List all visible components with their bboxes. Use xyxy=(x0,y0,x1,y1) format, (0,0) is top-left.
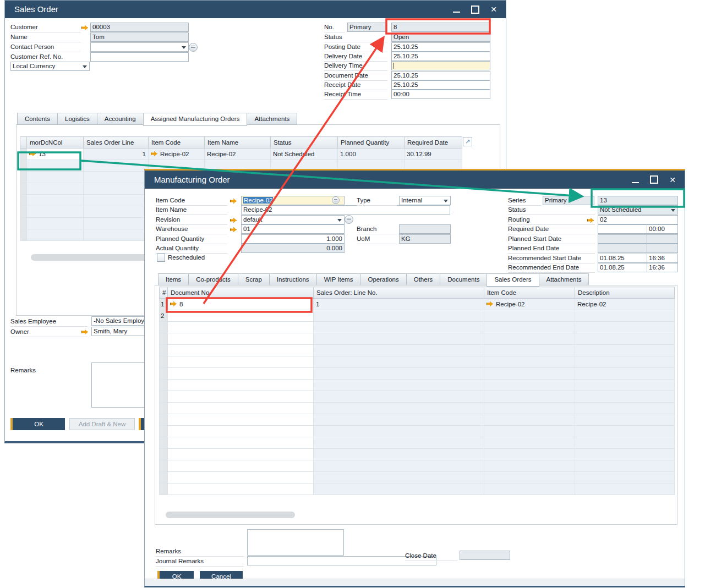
tab-attachments[interactable]: Attachments xyxy=(539,273,589,285)
cell-sales-order-line-no[interactable] xyxy=(314,310,484,322)
tab-wip-items[interactable]: WIP Items xyxy=(316,273,360,285)
row-selector-header[interactable] xyxy=(20,137,27,149)
col-document-no[interactable]: Document No. xyxy=(168,287,314,299)
series-field[interactable]: Primary xyxy=(347,23,387,32)
maximize-icon[interactable] xyxy=(650,175,658,184)
document-date-field[interactable]: 25.10.25 xyxy=(391,71,490,80)
sales-order-titlebar[interactable]: Sales Order xyxy=(5,1,506,18)
cell-document-no[interactable] xyxy=(168,310,314,322)
planned-quantity-field[interactable]: 1.000 xyxy=(241,234,345,244)
item-name-field[interactable]: Recipe-02 xyxy=(241,205,450,215)
minimize-icon[interactable] xyxy=(453,12,460,13)
row-selector[interactable] xyxy=(20,149,27,160)
mo-status-combo[interactable]: Not Scheduled xyxy=(598,205,678,215)
item-code-field[interactable]: Recipe-02 xyxy=(241,196,345,205)
recommended-end-date-field[interactable]: 01.08.25 xyxy=(598,263,647,272)
col-sales-order-line[interactable]: Sales Order Line xyxy=(84,137,149,149)
customer-ref-field[interactable] xyxy=(90,52,189,62)
col-description[interactable]: Description xyxy=(575,287,675,299)
type-combo[interactable]: Internal xyxy=(399,196,451,205)
doc-number-field[interactable]: 8 xyxy=(391,23,490,32)
warehouse-field[interactable]: 01 xyxy=(241,224,345,234)
cell-required-date[interactable]: 30.12.99 xyxy=(405,149,462,160)
horizontal-scrollbar[interactable] xyxy=(166,512,295,518)
recommended-start-date-field[interactable]: 01.08.25 xyxy=(598,254,647,263)
receipt-time-field[interactable]: 00:00 xyxy=(391,90,490,99)
link-arrow-icon[interactable] xyxy=(230,199,237,204)
required-date-field[interactable] xyxy=(598,224,647,234)
cell-mordcncol[interactable]: 13 xyxy=(27,149,84,160)
col-item-code[interactable]: Item Code xyxy=(484,287,575,299)
delivery-time-field[interactable] xyxy=(391,61,490,70)
maximize-icon[interactable] xyxy=(471,6,479,14)
cell-description[interactable]: Recipe-02 xyxy=(575,299,675,310)
cell-item-code[interactable] xyxy=(484,310,575,322)
contact-person-combo[interactable] xyxy=(90,42,189,52)
col-required-date[interactable]: Required Date xyxy=(405,137,462,149)
cell-sales-order-line[interactable]: 1 xyxy=(84,149,149,160)
link-arrow-icon[interactable] xyxy=(81,25,88,30)
currency-selector[interactable]: Local Currency xyxy=(10,62,90,71)
customer-field[interactable]: 00003 xyxy=(90,23,189,32)
tab-instructions[interactable]: Instructions xyxy=(269,273,316,285)
choose-from-list-icon[interactable] xyxy=(332,196,340,204)
cell-sales-order-line-no[interactable]: 1 xyxy=(314,299,484,310)
posting-date-field[interactable]: 25.10.25 xyxy=(391,42,490,52)
minimize-icon[interactable] xyxy=(632,182,639,183)
tab-assigned-manufacturing-orders[interactable]: Assigned Manufacturing Orders xyxy=(143,113,248,126)
tab-co-products[interactable]: Co-products xyxy=(188,273,238,285)
col-planned-quantity[interactable]: Planned Quantity xyxy=(338,137,405,149)
cell-status[interactable]: Not Scheduled xyxy=(271,149,338,160)
actual-quantity-field[interactable]: 0.000 xyxy=(241,244,345,253)
tab-scrap[interactable]: Scrap xyxy=(238,273,269,285)
branch-field[interactable] xyxy=(399,224,451,234)
tab-accounting[interactable]: Accounting xyxy=(97,113,143,125)
link-arrow-icon[interactable] xyxy=(487,301,493,306)
close-icon[interactable] xyxy=(669,176,676,184)
link-arrow-icon[interactable] xyxy=(151,151,157,156)
receipt-date-field[interactable]: 25.10.25 xyxy=(391,80,490,90)
remarks-textarea[interactable] xyxy=(247,529,344,556)
close-icon[interactable] xyxy=(490,6,497,13)
planned-start-time-field[interactable] xyxy=(647,234,678,244)
manufacturing-order-titlebar[interactable]: Manufacturing Order xyxy=(145,171,685,189)
tab-others[interactable]: Others xyxy=(406,273,440,285)
close-date-field[interactable] xyxy=(460,551,510,560)
row-number[interactable]: 1 xyxy=(160,299,168,310)
tab-sales-orders[interactable]: Sales Orders xyxy=(487,273,539,287)
col-item-code[interactable]: Item Code xyxy=(149,137,205,149)
cell-item-name[interactable]: Recipe-02 xyxy=(205,149,271,160)
col-item-name[interactable]: Item Name xyxy=(205,137,271,149)
choose-from-list-icon[interactable] xyxy=(345,215,353,224)
ok-button[interactable]: OK xyxy=(10,418,65,430)
cell-item-code[interactable]: Recipe-02 xyxy=(149,149,205,160)
cell-document-no[interactable]: 8 xyxy=(168,299,314,310)
link-arrow-icon[interactable] xyxy=(29,151,36,156)
add-draft-new-button[interactable]: Add Draft & New xyxy=(69,418,135,430)
series-name-field[interactable]: Primary xyxy=(543,196,594,205)
link-arrow-icon[interactable] xyxy=(230,218,237,223)
tab-attachments[interactable]: Attachments xyxy=(247,113,297,125)
revision-combo[interactable]: default xyxy=(241,215,345,224)
recommended-start-time-field[interactable]: 16:36 xyxy=(647,254,678,263)
recommended-end-time-field[interactable]: 16:36 xyxy=(647,263,678,272)
cell-planned-quantity[interactable]: 1.000 xyxy=(338,149,405,160)
link-arrow-icon[interactable] xyxy=(170,301,177,306)
planned-start-date-field[interactable] xyxy=(598,234,647,244)
required-time-field[interactable]: 00:00 xyxy=(647,224,678,234)
col-status[interactable]: Status xyxy=(271,137,338,149)
tab-logistics[interactable]: Logistics xyxy=(57,113,97,125)
tab-contents[interactable]: Contents xyxy=(17,113,57,125)
planned-end-date-field[interactable] xyxy=(598,244,647,253)
tab-items[interactable]: Items xyxy=(158,273,188,285)
uom-field[interactable]: KG xyxy=(399,234,451,244)
series-number-field[interactable]: 13 xyxy=(598,196,678,205)
expand-grid-icon[interactable] xyxy=(463,137,472,146)
status-field[interactable]: Open xyxy=(391,32,490,42)
rescheduled-checkbox[interactable] xyxy=(157,254,165,262)
link-arrow-icon[interactable] xyxy=(230,227,237,232)
tab-operations[interactable]: Operations xyxy=(360,273,406,285)
delivery-date-field[interactable]: 25.10.25 xyxy=(391,52,490,61)
row-number[interactable]: 2 xyxy=(160,310,168,322)
name-field[interactable]: Tom xyxy=(90,32,189,42)
